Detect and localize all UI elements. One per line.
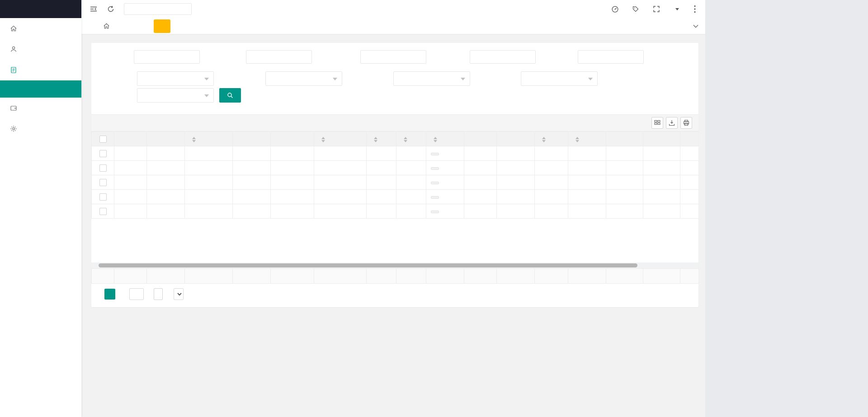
row-checkbox[interactable]	[99, 179, 107, 186]
sidebar-item-deposit-withdraw[interactable]	[0, 98, 81, 118]
fullscreen-button[interactable]	[646, 0, 667, 18]
tabs-scroll-right-button[interactable]	[673, 18, 688, 34]
chevron-down-icon	[333, 78, 337, 80]
col-profit[interactable]	[568, 132, 606, 146]
refresh-button[interactable]	[102, 0, 119, 18]
cell-checkbox	[92, 175, 114, 190]
cell-checkbox	[92, 146, 114, 161]
col-contract[interactable]	[314, 132, 367, 146]
col-trade-status[interactable]	[426, 132, 464, 146]
table-row	[92, 175, 699, 190]
select-all-header	[92, 132, 114, 146]
filter-start-date-input[interactable]	[470, 50, 536, 64]
sidebar-item-orders[interactable]	[0, 60, 81, 80]
col-order-time	[680, 132, 699, 146]
result-select[interactable]	[393, 71, 470, 86]
row-checkbox[interactable]	[99, 164, 107, 172]
row-checkbox[interactable]	[99, 208, 107, 215]
pay-currency-select[interactable]	[521, 71, 598, 86]
col-direction[interactable]	[396, 132, 426, 146]
chevron-down-icon	[675, 8, 679, 10]
global-search-input[interactable]	[124, 3, 192, 15]
goto-page-input[interactable]	[129, 288, 144, 300]
filter-columns-button[interactable]	[651, 117, 663, 129]
tab-option-order-list[interactable]	[154, 19, 170, 33]
table-row	[92, 190, 699, 204]
result-badge	[539, 211, 548, 213]
summary-fee-cell	[497, 269, 535, 284]
row-checkbox[interactable]	[99, 150, 107, 157]
more-menu-button[interactable]	[684, 0, 705, 18]
tabs-menu-button[interactable]	[688, 18, 703, 34]
filter-search-button[interactable]	[219, 88, 241, 103]
cell-currency	[367, 175, 396, 190]
cell-close-price	[643, 161, 680, 175]
col-result[interactable]	[535, 132, 568, 146]
sort-icon[interactable]	[192, 137, 196, 142]
select-all-checkbox[interactable]	[99, 136, 107, 143]
cell-contract	[314, 161, 367, 175]
scrollbar-thumb[interactable]	[99, 263, 637, 267]
cell-result	[535, 204, 568, 219]
clear-cache-button[interactable]	[625, 0, 646, 18]
filter-end-date-input[interactable]	[578, 50, 644, 64]
user-menu[interactable]	[667, 8, 684, 10]
cell-result	[535, 190, 568, 204]
trade-type-select[interactable]	[265, 71, 342, 86]
cell-close-price	[643, 175, 680, 190]
filter-account-input[interactable]	[246, 50, 312, 64]
horizontal-scrollbar[interactable]	[91, 262, 698, 268]
filter-agent-input[interactable]	[360, 50, 426, 64]
sort-icon[interactable]	[321, 137, 325, 142]
col-currency[interactable]	[367, 132, 396, 146]
status-badge	[431, 196, 439, 199]
summary-profit-cell	[568, 269, 606, 284]
print-icon	[683, 120, 689, 126]
col-account[interactable]	[185, 132, 233, 146]
collapse-sidebar-button[interactable]	[85, 0, 102, 18]
sort-icon[interactable]	[576, 137, 579, 142]
cell-amount	[464, 190, 497, 204]
tab-user-management[interactable]	[132, 18, 151, 34]
summary-row	[91, 268, 698, 284]
data-table	[91, 131, 698, 219]
export-button[interactable]	[666, 117, 678, 129]
tabs-scroll-left-button[interactable]	[83, 18, 99, 34]
sort-icon[interactable]	[434, 137, 437, 142]
sort-icon[interactable]	[404, 137, 407, 142]
summary-cell	[147, 269, 185, 284]
trade-status-select[interactable]	[137, 71, 214, 86]
cell-profit	[568, 204, 606, 219]
sidebar-item-users[interactable]	[0, 39, 81, 60]
status-badge	[431, 153, 439, 155]
summary-cell	[426, 269, 464, 284]
chevron-down-icon	[204, 94, 209, 97]
monitor-gauge-button[interactable]	[604, 0, 625, 18]
current-page-button[interactable]	[104, 289, 115, 300]
tab-agent-management[interactable]	[114, 18, 132, 34]
summary-cell	[606, 269, 643, 284]
cell-profit	[568, 190, 606, 204]
sidebar-item-home[interactable]	[0, 18, 81, 39]
scroll-left-arrow[interactable]	[91, 262, 98, 268]
cell-direction	[396, 161, 426, 175]
sidebar-item-settings[interactable]	[0, 118, 81, 139]
tab-home[interactable]	[99, 18, 114, 34]
filter-id-input[interactable]	[134, 50, 200, 64]
sort-icon[interactable]	[374, 137, 377, 142]
col-fee	[497, 132, 535, 146]
print-button[interactable]	[680, 117, 692, 129]
confirm-page-button[interactable]	[154, 288, 163, 300]
sidebar-item-option-order-list[interactable]	[0, 80, 81, 98]
scroll-right-arrow[interactable]	[692, 262, 698, 268]
cell-index	[114, 146, 147, 161]
user-icon	[10, 46, 17, 53]
summary-cell	[271, 269, 314, 284]
row-checkbox[interactable]	[99, 193, 107, 201]
collapse-sidebar-icon	[90, 5, 98, 13]
sort-icon[interactable]	[542, 137, 546, 142]
page-size-select[interactable]	[174, 288, 184, 300]
table-row	[92, 146, 699, 161]
top-bar	[81, 0, 705, 18]
pair-select[interactable]	[137, 88, 214, 103]
